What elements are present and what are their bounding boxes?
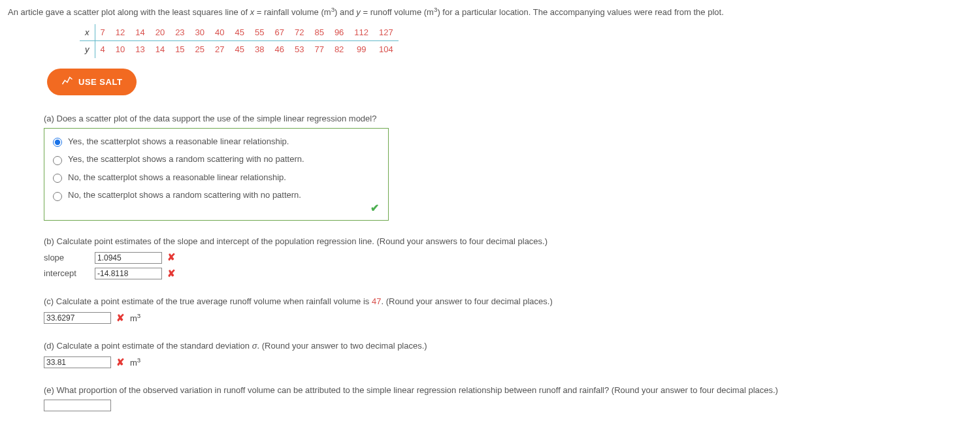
x-cell: 55 xyxy=(250,24,269,41)
x-cell: 23 xyxy=(170,24,189,41)
y-cell: 46 xyxy=(269,41,289,58)
radio-input-4[interactable] xyxy=(53,192,62,201)
radio-input-1[interactable] xyxy=(53,138,62,147)
y-cell: 104 xyxy=(374,41,399,58)
y-cell: 82 xyxy=(329,41,349,58)
y-label: y xyxy=(80,41,95,58)
question-d-text: (d) Calculate a point estimate of the st… xyxy=(44,339,972,353)
wrong-x-icon: ✘ xyxy=(116,311,125,326)
d-answer-input[interactable] xyxy=(44,356,111,368)
salt-label: USE SALT xyxy=(78,76,122,89)
question-e: (e) What proportion of the observed vari… xyxy=(44,384,972,411)
radio-label-4: No, the scatterplot shows a random scatt… xyxy=(68,189,301,202)
radio-input-3[interactable] xyxy=(53,174,62,183)
x-cell: 127 xyxy=(374,24,399,41)
x-cell: 40 xyxy=(210,24,229,41)
y-cell: 25 xyxy=(190,41,210,58)
y-cell: 14 xyxy=(150,41,170,58)
y-cell: 77 xyxy=(309,41,329,58)
x-cell: 30 xyxy=(190,24,210,41)
unit-m3: m3 xyxy=(130,356,140,370)
radio-option-1[interactable]: Yes, the scatterplot shows a reasonable … xyxy=(50,133,383,151)
x-cell: 20 xyxy=(150,24,170,41)
wrong-x-icon: ✘ xyxy=(167,250,176,265)
problem-intro: An article gave a scatter plot along wit… xyxy=(8,5,972,19)
x-cell: 45 xyxy=(230,24,250,41)
slope-label: slope xyxy=(44,251,90,264)
intro-text-5: ) for a particular location. The accompa… xyxy=(437,7,723,17)
question-c-text: (c) Calculate a point estimate of the tr… xyxy=(44,295,972,308)
correct-check-icon: ✔ xyxy=(370,200,379,216)
x-cell: 7 xyxy=(95,24,110,41)
y-cell: 99 xyxy=(349,41,374,58)
radio-input-2[interactable] xyxy=(53,156,62,165)
c-value-47: 47 xyxy=(372,296,381,306)
x-cell: 12 xyxy=(110,24,130,41)
y-cell: 38 xyxy=(250,41,269,58)
question-a-text: (a) Does a scatter plot of the data supp… xyxy=(44,112,972,125)
y-cell: 10 xyxy=(110,41,130,58)
intercept-input[interactable] xyxy=(95,268,162,279)
salt-icon xyxy=(61,75,73,89)
c-answer-input[interactable] xyxy=(44,312,111,324)
x-cell: 72 xyxy=(289,24,309,41)
x-cell: 96 xyxy=(329,24,349,41)
question-a: (a) Does a scatter plot of the data supp… xyxy=(44,112,972,221)
use-salt-button[interactable]: USE SALT xyxy=(47,69,137,96)
y-cell: 45 xyxy=(230,41,250,58)
question-b: (b) Calculate point estimates of the slo… xyxy=(44,235,972,281)
sigma: σ xyxy=(252,341,257,351)
x-cell: 14 xyxy=(130,24,150,41)
radio-option-3[interactable]: No, the scatterplot shows a reasonable l… xyxy=(50,168,383,187)
radio-label-2: Yes, the scatterplot shows a random scat… xyxy=(68,153,304,166)
radio-label-3: No, the scatterplot shows a reasonable l… xyxy=(68,171,286,184)
radio-option-4[interactable]: No, the scatterplot shows a random scatt… xyxy=(50,186,383,204)
x-cell: 112 xyxy=(349,24,374,41)
x-cell: 67 xyxy=(269,24,289,41)
y-cell: 27 xyxy=(210,41,229,58)
radio-option-2[interactable]: Yes, the scatterplot shows a random scat… xyxy=(50,150,383,168)
question-c: (c) Calculate a point estimate of the tr… xyxy=(44,295,972,325)
intro-text-1: An article gave a scatter plot along wit… xyxy=(8,7,250,17)
x-cell: 85 xyxy=(309,24,329,41)
unit-m3: m3 xyxy=(130,311,140,325)
wrong-x-icon: ✘ xyxy=(167,266,176,281)
slope-input[interactable] xyxy=(95,252,162,264)
intro-text-2: = rainfall volume (m xyxy=(254,7,331,17)
intro-text-4: = runoff volume (m xyxy=(361,7,434,17)
data-table: x7121420233040455567728596112127 y410131… xyxy=(80,24,972,58)
question-d: (d) Calculate a point estimate of the st… xyxy=(44,339,972,370)
y-cell: 4 xyxy=(95,41,110,58)
wrong-x-icon: ✘ xyxy=(116,355,125,370)
radio-label-1: Yes, the scatterplot shows a reasonable … xyxy=(68,135,289,148)
y-cell: 53 xyxy=(289,41,309,58)
x-label: x xyxy=(80,24,95,41)
intro-text-3: ) and xyxy=(335,7,356,17)
e-answer-input[interactable] xyxy=(44,400,111,411)
intercept-label: intercept xyxy=(44,267,90,280)
y-cell: 13 xyxy=(130,41,150,58)
radio-group-a: Yes, the scatterplot shows a reasonable … xyxy=(44,128,389,221)
y-cell: 15 xyxy=(170,41,189,58)
question-b-text: (b) Calculate point estimates of the slo… xyxy=(44,235,972,248)
question-e-text: (e) What proportion of the observed vari… xyxy=(44,384,972,397)
